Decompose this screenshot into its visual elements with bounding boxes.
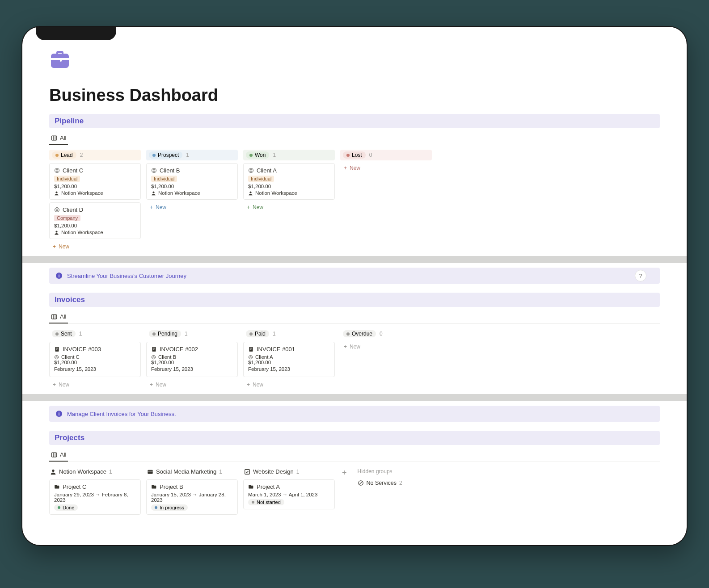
svg-rect-18 xyxy=(51,315,56,319)
section-divider-2 xyxy=(22,394,687,401)
svg-point-9 xyxy=(152,168,156,173)
tag-individual: Individual xyxy=(248,176,274,182)
column-header-lost[interactable]: Lost 0 xyxy=(340,150,432,160)
column-header-sent[interactable]: Sent 1 xyxy=(49,328,141,339)
target-icon xyxy=(248,168,254,173)
column-header-lead[interactable]: Lead 2 xyxy=(49,150,141,160)
help-button[interactable]: ? xyxy=(635,270,646,281)
invoices-view-tabs: All xyxy=(49,311,660,324)
tab-all-projects[interactable]: All xyxy=(49,449,68,462)
status-notstarted: Not started xyxy=(248,499,284,505)
hidden-no-services[interactable]: No Services 2 xyxy=(357,478,403,488)
svg-rect-47 xyxy=(148,470,152,471)
folder-icon xyxy=(151,484,157,490)
edit-icon xyxy=(244,469,250,475)
svg-point-17 xyxy=(59,274,59,275)
card-project-c[interactable]: Project C January 29, 2023 → February 8,… xyxy=(49,479,141,515)
target-icon xyxy=(54,168,60,173)
svg-rect-22 xyxy=(56,348,58,348)
page-title: Business Dashboard xyxy=(49,86,660,105)
column-sent: Sent 1 INVOICE #003 Client C $1,200.00 F… xyxy=(49,328,141,390)
invoices-header: Invoices xyxy=(49,293,660,307)
target-icon xyxy=(151,168,157,173)
target-icon xyxy=(54,207,60,213)
info-icon xyxy=(55,272,63,279)
invoices-callout[interactable]: Manage Client Invoices for Your Business… xyxy=(49,406,660,422)
column-won: Won 1 Client A Individual $1,200.00 Noti… xyxy=(243,150,335,252)
new-button-overdue[interactable]: +New xyxy=(340,342,432,352)
svg-rect-42 xyxy=(51,453,56,457)
new-button-prospect[interactable]: +New xyxy=(146,202,238,212)
svg-point-14 xyxy=(249,191,251,193)
pipeline-callout[interactable]: Streamline Your Business's Customer Jour… xyxy=(49,268,660,284)
column-paid: Paid 1 INVOICE #001 Client A $1,200.00 F… xyxy=(243,328,335,390)
svg-rect-30 xyxy=(153,349,154,350)
tablet-notch xyxy=(36,27,116,40)
new-button-sent[interactable]: +New xyxy=(49,380,141,390)
svg-point-31 xyxy=(152,355,155,359)
column-header-paid[interactable]: Paid 1 xyxy=(243,328,335,339)
column-prospect: Prospect 1 Client B Individual $1,200.00… xyxy=(146,150,238,252)
card-client-b[interactable]: Client B Individual $1,200.00 Notion Wor… xyxy=(146,163,238,200)
column-header-notion-workspace[interactable]: Notion Workspace 1 xyxy=(49,466,141,477)
add-column-button[interactable]: + xyxy=(340,466,349,517)
new-button-paid[interactable]: +New xyxy=(243,380,335,390)
projects-view-tabs: All xyxy=(49,449,660,462)
new-button-lost[interactable]: +New xyxy=(340,163,432,173)
card-invoice-001[interactable]: INVOICE #001 Client A $1,200.00 February… xyxy=(243,342,335,377)
card-client-a[interactable]: Client A Individual $1,200.00 Notion Wor… xyxy=(243,163,335,200)
column-header-overdue[interactable]: Overdue 0 xyxy=(340,328,432,339)
card-client-d[interactable]: Client D Company $1,200.00 Notion Worksp… xyxy=(49,202,141,239)
svg-rect-23 xyxy=(56,349,58,349)
column-header-pending[interactable]: Pending 1 xyxy=(146,328,238,339)
svg-point-5 xyxy=(55,191,57,193)
card-workspace-link: Notion Workspace xyxy=(54,230,136,235)
svg-point-45 xyxy=(52,469,54,471)
briefcase-icon xyxy=(49,49,660,72)
svg-point-38 xyxy=(250,356,251,357)
column-lead: Lead 2 Client C Individual $1,200.00 Not… xyxy=(49,150,141,252)
pipeline-view-tabs: All xyxy=(49,132,660,145)
pipeline-header: Pipeline xyxy=(49,114,660,128)
count-lead: 2 xyxy=(80,152,83,158)
projects-header: Projects xyxy=(49,431,660,445)
svg-rect-29 xyxy=(153,349,155,349)
tab-all-invoices[interactable]: All xyxy=(49,311,68,323)
new-button-won[interactable]: +New xyxy=(243,202,335,212)
new-button-pending[interactable]: +New xyxy=(146,380,238,390)
card-invoice-003[interactable]: INVOICE #003 Client C $1,200.00 February… xyxy=(49,342,141,377)
hidden-groups: Hidden groups No Services 2 xyxy=(357,466,403,517)
person-icon xyxy=(54,191,59,196)
board-icon xyxy=(51,314,57,320)
card-workspace-link: Notion Workspace xyxy=(151,190,233,196)
card-project-a[interactable]: Project A March 1, 2023 → April 1, 2023 … xyxy=(243,479,335,509)
document-icon xyxy=(54,346,60,352)
column-header-social-media[interactable]: Social Media Marketing 1 xyxy=(146,466,238,477)
tab-all[interactable]: All xyxy=(49,132,68,145)
status-done: Done xyxy=(54,504,78,511)
column-header-prospect[interactable]: Prospect 1 xyxy=(146,150,238,160)
column-pending: Pending 1 INVOICE #002 Client B $1,200.0… xyxy=(146,328,238,390)
column-header-won[interactable]: Won 1 xyxy=(243,150,335,160)
status-progress: In progress xyxy=(151,504,188,511)
info-icon xyxy=(55,410,63,417)
card-amount: $1,200.00 xyxy=(151,184,233,189)
target-icon xyxy=(151,355,156,360)
tag-company: Company xyxy=(54,215,80,221)
column-header-website-design[interactable]: Website Design 1 xyxy=(243,466,335,477)
svg-rect-35 xyxy=(250,349,252,349)
column-social-media: Social Media Marketing 1 Project B Janua… xyxy=(146,466,238,517)
no-icon xyxy=(358,480,364,486)
column-overdue: Overdue 0 +New xyxy=(340,328,432,390)
target-icon xyxy=(248,355,253,360)
pipeline-board: Lead 2 Client C Individual $1,200.00 Not… xyxy=(49,150,660,252)
person-icon xyxy=(248,191,253,196)
svg-rect-24 xyxy=(56,349,57,350)
card-client-c[interactable]: Client C Individual $1,200.00 Notion Wor… xyxy=(49,163,141,200)
tag-individual: Individual xyxy=(151,176,177,182)
svg-line-50 xyxy=(359,482,362,485)
new-button-lead[interactable]: +New xyxy=(49,242,141,252)
card-invoice-002[interactable]: INVOICE #002 Client B $1,200.00 February… xyxy=(146,342,238,377)
column-website-design: Website Design 1 Project A March 1, 2023… xyxy=(243,466,335,517)
card-project-b[interactable]: Project B January 15, 2023 → January 28,… xyxy=(146,479,238,515)
